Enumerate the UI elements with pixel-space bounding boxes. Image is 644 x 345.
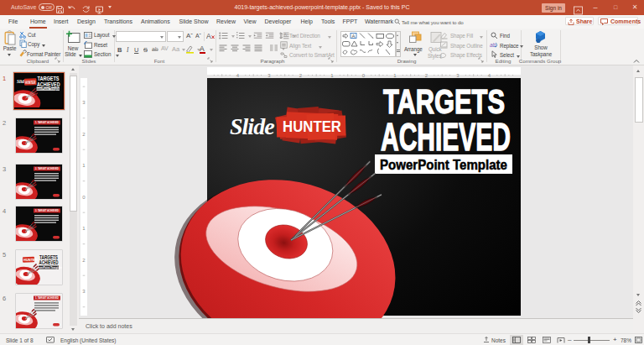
svg-text:1: 1 bbox=[82, 163, 86, 168]
svg-text:1: 1 bbox=[330, 73, 334, 78]
svg-text:3. TARGET ACHIEVED: 3. TARGET ACHIEVED bbox=[35, 209, 60, 212]
svg-text:HUNTER: HUNTER bbox=[23, 258, 38, 262]
svg-text:3: 3 bbox=[456, 73, 460, 78]
svg-text:0: 0 bbox=[82, 195, 86, 200]
svg-text:3: 3 bbox=[82, 100, 86, 105]
svg-text:2: 2 bbox=[425, 73, 428, 78]
svg-text:2. TARGET ACHIEVED: 2. TARGET ACHIEVED bbox=[35, 167, 60, 170]
svg-text:TARGETS: TARGETS bbox=[38, 76, 60, 81]
svg-text:ACHIEVED: ACHIEVED bbox=[37, 81, 60, 87]
svg-text:1: 1 bbox=[393, 73, 397, 78]
svg-text:0: 0 bbox=[362, 73, 366, 78]
svg-text:A: A bbox=[352, 34, 356, 39]
svg-text:1. TARGET ACHIEVED: 1. TARGET ACHIEVED bbox=[35, 121, 60, 124]
svg-text:1: 1 bbox=[82, 226, 86, 231]
svg-text:4: 4 bbox=[488, 73, 491, 78]
svg-text:2: 2 bbox=[82, 132, 86, 137]
svg-text:A: A bbox=[284, 32, 288, 37]
svg-text:1. TARGET ACHIEVED: 1. TARGET ACHIEVED bbox=[35, 296, 60, 300]
svg-text:PowerPoint Template: PowerPoint Template bbox=[34, 87, 61, 91]
svg-text:ACHIEVED: ACHIEVED bbox=[381, 114, 511, 159]
svg-text:HUNTER: HUNTER bbox=[283, 118, 341, 135]
svg-text:3: 3 bbox=[82, 289, 86, 294]
svg-text:HUNTER: HUNTER bbox=[25, 81, 36, 85]
svg-text:2: 2 bbox=[82, 258, 86, 263]
svg-text:4: 4 bbox=[236, 73, 240, 78]
svg-text:2: 2 bbox=[299, 73, 303, 78]
svg-text:A: A bbox=[206, 32, 211, 40]
svg-text:ACHIEVED: ACHIEVED bbox=[39, 259, 59, 265]
svg-text:3: 3 bbox=[267, 73, 271, 78]
